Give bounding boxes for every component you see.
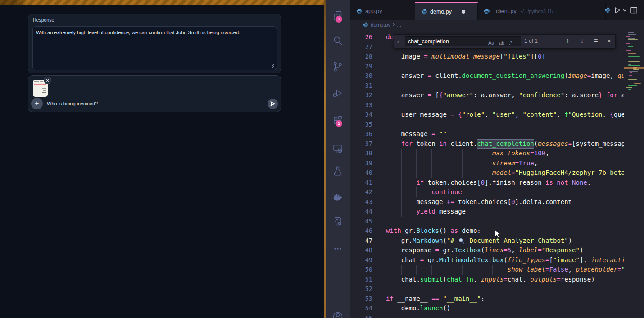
chat-input-placeholder[interactable]: Who is being invoiced? [47, 101, 98, 106]
code-line[interactable] [350, 120, 624, 130]
source-control-icon[interactable] [332, 61, 344, 73]
code-line[interactable]: response = gr.Textbox(lines=5, label="Re… [350, 245, 624, 255]
code-line[interactable]: answer = [{"answer": a.answer, "confiden… [350, 91, 624, 100]
whole-word-button[interactable]: ab [499, 38, 504, 47]
extensions-badge: 1 [336, 120, 342, 127]
response-textarea[interactable]: With an extremely high level of confiden… [32, 26, 277, 70]
code-line[interactable]: user_message = {"role": "user", "content… [350, 110, 624, 120]
code-line[interactable]: message += token.choices[0].delta.conten… [350, 197, 624, 207]
split-editor-button[interactable] [630, 6, 638, 14]
modified-dot[interactable] [462, 10, 465, 14]
find-widget: › chat_completion Aa ab .* 1 of 1 ↑ ↓ ≡ … [394, 34, 616, 49]
find-previous-button[interactable]: ↑ [566, 37, 569, 44]
tab-label: app.py [365, 8, 382, 14]
more-icon[interactable] [332, 243, 344, 254]
code-line[interactable] [350, 284, 624, 294]
code-line[interactable] [350, 100, 624, 110]
code-line[interactable]: chat = gr.MultimodalTextbox(file_types=[… [350, 255, 624, 265]
resize-handle-icon[interactable] [270, 64, 274, 68]
code-editor[interactable]: def chat_fn(multimodal_message): image =… [350, 32, 624, 318]
find-query: chat_completion [408, 38, 449, 45]
python-icon [421, 9, 427, 15]
minimap[interactable] [624, 31, 644, 318]
send-button[interactable] [268, 99, 278, 109]
find-input[interactable]: chat_completion Aa ab .* [405, 36, 521, 46]
code-line[interactable]: max_tokens=100, [350, 149, 624, 159]
vscode-window: 1 1 [326, 0, 644, 318]
python-icon [356, 8, 363, 14]
chat-input-panel: ✕ + Who is being invoiced? [28, 75, 281, 112]
account-icon[interactable] [332, 311, 344, 318]
code-line[interactable]: for token in client.chat_completion(mess… [350, 139, 624, 149]
response-text: With an extremely high level of confiden… [36, 30, 240, 35]
code-line[interactable]: continue [350, 187, 624, 197]
python-icon-clipped [605, 7, 611, 13]
code-line[interactable]: show_label=False, placeholder="Upload an… [350, 265, 624, 275]
code-line[interactable]: if token.choices[0].finish_reason is not… [350, 178, 624, 188]
remove-image-button[interactable]: ✕ [44, 77, 51, 84]
code-line[interactable]: demo.launch() [350, 304, 624, 313]
code-line[interactable]: if __name__ == "__main__": [350, 294, 624, 304]
find-close-button[interactable]: × [607, 37, 611, 45]
response-label: Response [33, 17, 54, 23]
breadcrumb-separator: › [393, 21, 395, 27]
tab-label: demo.py [430, 9, 452, 15]
breadcrumb-more[interactable]: ... [397, 22, 401, 27]
tab-description: ~/.../python3.11/... [520, 9, 558, 14]
code-line[interactable]: with gr.Blocks() as demo: [350, 226, 624, 236]
remote-explorer-icon[interactable] [332, 143, 344, 154]
python-icon [484, 8, 490, 14]
add-file-button[interactable]: + [31, 98, 43, 109]
tab-app-py[interactable]: app.py [350, 2, 415, 20]
code-line[interactable] [350, 217, 624, 227]
activity-bar: 1 1 [326, 0, 350, 318]
code-line[interactable]: model="HuggingFaceH4/zephyr-7b-beta", [350, 168, 624, 178]
cmake-tools-icon[interactable] [332, 216, 344, 227]
run-debug-icon[interactable] [332, 87, 344, 99]
tab-bar: app.py demo.py _client.py ~/.../python3.… [350, 0, 644, 20]
breadcrumb-file[interactable]: demo.py [371, 22, 390, 27]
code-line[interactable] [350, 62, 624, 72]
find-next-button[interactable]: ↓ [581, 37, 584, 44]
find-results-count: 1 of 1 [524, 38, 538, 44]
code-line[interactable]: image = multimodal_message["files"][0] [350, 52, 624, 62]
find-expand-chevron[interactable]: › [397, 38, 399, 45]
tab-demo-py[interactable]: demo.py [415, 2, 478, 20]
run-button[interactable] [613, 6, 621, 14]
code-line[interactable]: gr.Markdown("# Document Analyzer Chatbot… [350, 236, 624, 246]
send-icon [269, 100, 276, 107]
breadcrumb[interactable]: demo.py › ... [350, 20, 644, 31]
code-line[interactable]: stream=True, [350, 159, 624, 168]
python-icon [363, 22, 368, 27]
tab-client-py[interactable]: _client.py ~/.../python3.11/... [478, 2, 606, 20]
response-panel: Response With an extremely high level of… [28, 14, 281, 73]
tab-label: _client.py [493, 8, 517, 14]
search-icon[interactable] [332, 35, 344, 46]
progress-bar [0, 0, 324, 5]
code-line[interactable]: chat.submit(chat_fn, inputs=chat, output… [350, 275, 624, 285]
docker-icon[interactable] [332, 191, 344, 203]
code-line[interactable]: answer = client.document_question_answer… [350, 71, 624, 81]
testing-icon[interactable] [332, 165, 344, 177]
regex-button[interactable]: .* [509, 38, 512, 47]
code-line[interactable]: message = "" [350, 129, 624, 139]
gradio-app: Response With an extremely high level of… [0, 0, 324, 318]
code-line[interactable] [350, 81, 624, 91]
editor-actions [604, 0, 644, 20]
code-line[interactable]: yield message [350, 207, 624, 217]
mouse-cursor [494, 229, 501, 238]
code-line[interactable] [350, 313, 624, 318]
match-case-button[interactable]: Aa [488, 38, 494, 47]
find-in-selection-button[interactable]: ≡ [594, 37, 598, 44]
run-dropdown-chevron[interactable] [622, 9, 627, 12]
explorer-badge: 1 [336, 16, 342, 23]
